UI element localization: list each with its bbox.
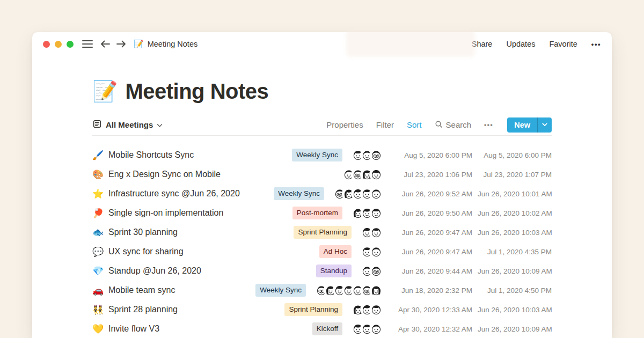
avatar [370, 284, 382, 296]
row-title-link[interactable]: UX sync for sharing [108, 247, 319, 256]
table-row: ⭐ Infrastructure sync @Jun 26, 2020 Week… [92, 184, 552, 203]
avatar [370, 188, 382, 200]
row-created-date: Apr 30, 2020 12:32 AM [391, 325, 472, 333]
back-arrow-icon[interactable] [100, 40, 110, 48]
avatar [370, 149, 382, 161]
filter-button[interactable]: Filter [376, 120, 394, 129]
row-emoji-icon: 💛 [92, 324, 108, 335]
row-created-date: Jun 26, 2020 9:47 AM [391, 229, 472, 237]
new-button-chevron-icon[interactable] [538, 117, 552, 133]
search-icon [435, 120, 443, 130]
zoom-window-button[interactable] [67, 41, 74, 48]
row-title-link[interactable]: Sprint 30 planning [108, 227, 294, 237]
memo-emoji-icon: 📝 [92, 81, 118, 101]
table-row: 🐟 Sprint 30 planning Sprint Planning Jun… [92, 223, 552, 242]
avatar [370, 304, 382, 315]
row-avatars [352, 304, 382, 315]
sidebar-menu-icon[interactable] [82, 40, 93, 48]
row-emoji-icon: ⭐ [92, 188, 108, 200]
database-toolbar: All Meetings Properties Filter Sort Sear… [92, 114, 552, 136]
avatar [370, 226, 382, 238]
row-emoji-icon: 💬 [92, 246, 108, 258]
row-avatars [343, 168, 382, 180]
row-edited-date: Aug 5, 2020 6:00 PM [478, 151, 552, 159]
row-emoji-icon: 🎨 [92, 169, 108, 180]
row-title-link[interactable]: Sprint 28 planning [108, 305, 284, 314]
row-tag-badge[interactable]: Post-mortem [292, 207, 342, 219]
row-tag-badge[interactable]: Weekly Sync [255, 284, 306, 297]
row-created-date: Jun 26, 2020 9:50 AM [391, 209, 472, 217]
row-emoji-icon: 💎 [92, 266, 108, 277]
breadcrumb[interactable]: 📝 Meeting Notes [134, 39, 197, 49]
forward-arrow-icon[interactable] [116, 40, 126, 48]
row-avatars [361, 246, 382, 258]
row-edited-date: Jul 23, 2020 1:07 PM [478, 171, 552, 179]
row-avatars [361, 226, 382, 238]
window-topbar: 📝 Meeting Notes Share Updates Favorite •… [32, 32, 612, 56]
search-button[interactable]: Search [435, 120, 472, 130]
row-tag-badge[interactable]: Kickoff [312, 322, 342, 335]
row-avatars [334, 188, 382, 200]
row-edited-date: Jun 26, 2020 10:01 AM [478, 190, 552, 198]
row-avatars [352, 149, 382, 161]
table-row: 👯 Sprint 28 planning Sprint Planning Apr… [92, 300, 552, 319]
page-title-text: Meeting Notes [125, 79, 268, 104]
row-edited-date: Jun 26, 2020 10:02 AM [478, 209, 552, 217]
row-tag-badge[interactable]: Sprint Planning [294, 226, 352, 239]
row-created-date: Aug 5, 2020 6:00 PM [391, 151, 472, 159]
database-view-icon [92, 119, 102, 131]
toolbar-more-icon[interactable]: ••• [484, 121, 493, 129]
table-row: 🚗 Mobile team sync Weekly Sync Jun 18, 2… [92, 281, 552, 300]
avatar [370, 246, 382, 258]
row-title-link[interactable]: Infrastructure sync @Jun 26, 2020 [108, 189, 274, 199]
page-title: 📝 Meeting Notes [92, 77, 552, 105]
row-edited-date: Jun 26, 2020 10:09 AM [478, 267, 552, 275]
minimize-window-button[interactable] [55, 41, 62, 48]
row-edited-date: Jun 26, 2020 10:03 AM [478, 306, 552, 314]
new-button-label[interactable]: New [507, 117, 537, 133]
row-created-date: Apr 30, 2020 12:33 AM [391, 306, 472, 314]
row-emoji-icon: 🏓 [92, 208, 108, 219]
avatar [370, 207, 382, 219]
avatar [370, 265, 382, 277]
row-created-date: Jun 26, 2020 9:44 AM [391, 267, 472, 275]
memo-emoji-icon: 📝 [134, 39, 144, 49]
row-title-link[interactable]: Eng x Design Sync on Mobile [108, 170, 343, 179]
close-window-button[interactable] [43, 41, 50, 48]
table-row: 🎨 Eng x Design Sync on Mobile Jul 23, 20… [92, 165, 552, 184]
row-tag-badge[interactable]: Weekly Sync [274, 187, 324, 200]
row-title-link[interactable]: Mobile team sync [108, 285, 255, 295]
more-options-icon[interactable]: ••• [591, 40, 601, 48]
row-emoji-icon: 🖌️ [92, 150, 108, 161]
table-row: 💛 Invite flow V3 Kickoff Apr 30, 2020 12… [92, 319, 552, 338]
share-button[interactable]: Share [472, 40, 493, 48]
row-title-link[interactable]: Invite flow V3 [108, 324, 312, 334]
table-row: 🖌️ Mobile Shortcuts Sync Weekly Sync Aug… [92, 145, 552, 165]
search-label: Search [446, 120, 472, 129]
table-rows: 🖌️ Mobile Shortcuts Sync Weekly Sync Aug… [92, 136, 552, 338]
new-button[interactable]: New [507, 117, 552, 133]
properties-button[interactable]: Properties [326, 120, 363, 129]
view-switcher-label: All Meetings [106, 120, 153, 129]
view-switcher[interactable]: All Meetings [92, 119, 163, 131]
row-tag-badge[interactable]: Ad Hoc [319, 245, 352, 258]
sort-button[interactable]: Sort [407, 120, 422, 129]
row-title-link[interactable]: Standup @Jun 26, 2020 [108, 266, 316, 276]
table-row: 💬 UX sync for sharing Ad Hoc Jun 26, 202… [92, 242, 552, 261]
row-edited-date: Jun 26, 2020 10:03 AM [478, 229, 552, 237]
row-tag-badge[interactable]: Standup [316, 264, 352, 277]
row-tag-badge[interactable]: Sprint Planning [284, 303, 342, 316]
row-edited-date: Jul 1, 2020 4:50 PM [478, 286, 552, 295]
row-avatars [316, 284, 382, 296]
row-title-link[interactable]: Single sign-on implementation [108, 208, 292, 218]
row-title-link[interactable]: Mobile Shortcuts Sync [108, 150, 292, 160]
row-emoji-icon: 🚗 [92, 285, 108, 296]
favorite-button[interactable]: Favorite [549, 40, 577, 48]
breadcrumb-title: Meeting Notes [148, 40, 198, 48]
updates-button[interactable]: Updates [506, 40, 535, 48]
row-created-date: Jun 26, 2020 9:47 AM [391, 248, 472, 256]
row-created-date: Jul 23, 2020 1:06 PM [391, 171, 472, 179]
table-row: 🏓 Single sign-on implementation Post-mor… [92, 203, 552, 223]
background-smudge [346, 30, 475, 57]
row-tag-badge[interactable]: Weekly Sync [292, 149, 342, 161]
